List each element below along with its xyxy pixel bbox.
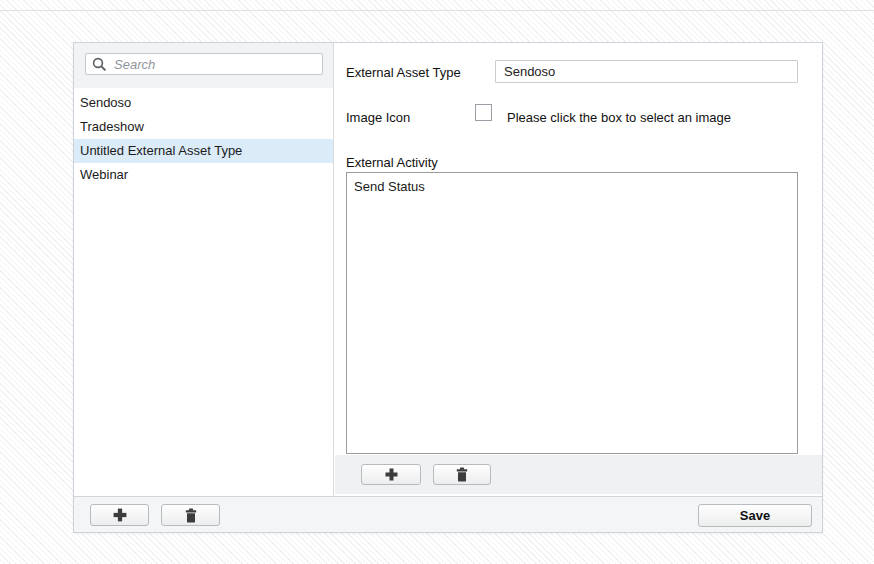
list-item-sendoso[interactable]: Sendoso <box>74 91 333 115</box>
image-icon-label: Image Icon <box>346 110 410 125</box>
list-item-tradeshow[interactable]: Tradeshow <box>74 115 333 139</box>
search-input[interactable] <box>114 55 316 73</box>
top-divider <box>0 10 874 11</box>
activity-item-send-status[interactable]: Send Status <box>347 173 797 194</box>
add-activity-button[interactable] <box>361 464 421 485</box>
delete-asset-type-button[interactable] <box>161 504 220 526</box>
list-item-webinar[interactable]: Webinar <box>74 163 333 187</box>
asset-type-list-pane: Sendoso Tradeshow Untitled External Asse… <box>74 43 334 496</box>
search-header <box>74 43 333 88</box>
asset-type-input[interactable] <box>495 60 798 83</box>
trash-icon <box>184 508 198 523</box>
list-item-untitled-external-asset-type[interactable]: Untitled External Asset Type <box>74 139 333 163</box>
search-icon <box>92 57 107 72</box>
asset-type-detail-pane: External Asset Type Image Icon Please cl… <box>335 43 822 496</box>
external-asset-types-panel: Sendoso Tradeshow Untitled External Asse… <box>73 42 823 533</box>
bottom-toolbar: Save <box>74 496 822 532</box>
activity-toolbar <box>335 455 822 494</box>
plus-icon <box>384 467 399 482</box>
asset-type-label: External Asset Type <box>346 65 461 80</box>
add-asset-type-button[interactable] <box>90 504 149 526</box>
save-button[interactable]: Save <box>698 504 812 527</box>
trash-icon <box>455 467 469 482</box>
plus-icon <box>112 507 128 523</box>
image-icon-checkbox[interactable] <box>475 104 492 121</box>
delete-activity-button[interactable] <box>433 464 491 485</box>
external-activity-label: External Activity <box>346 155 438 170</box>
search-box[interactable] <box>85 53 323 75</box>
image-icon-hint: Please click the box to select an image <box>507 110 731 125</box>
asset-type-list: Sendoso Tradeshow Untitled External Asse… <box>74 88 333 187</box>
external-activity-listbox[interactable]: Send Status <box>346 172 798 454</box>
